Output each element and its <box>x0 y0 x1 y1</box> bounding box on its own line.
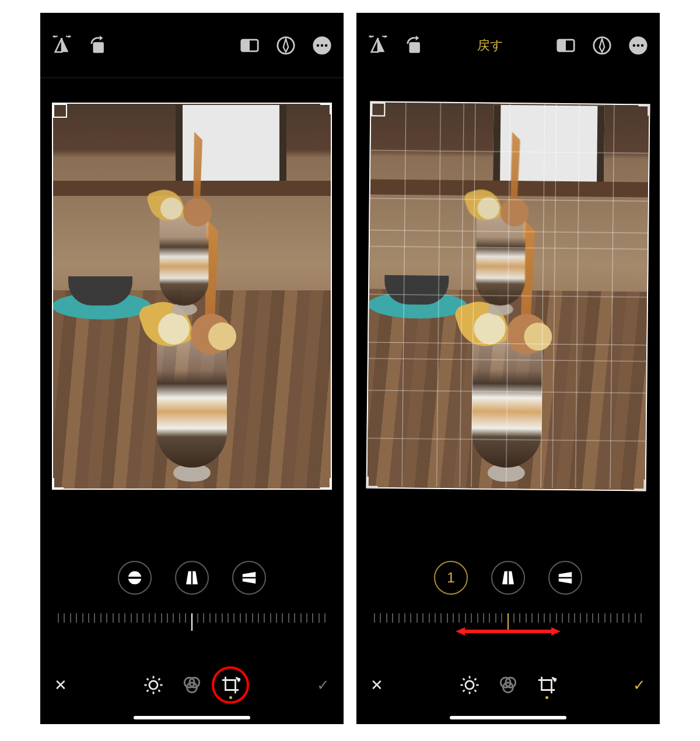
svg-point-41 <box>637 44 640 47</box>
svg-point-66 <box>466 681 474 689</box>
cancel-button[interactable]: ✕ <box>52 676 69 694</box>
bottom-controls: 1 document.write(Array.from({length:22})… <box>356 540 660 724</box>
aspect-ratio-icon[interactable] <box>556 36 576 55</box>
svg-rect-34 <box>410 42 420 52</box>
top-toolbar: 戻す <box>356 13 660 78</box>
aspect-ratio-icon[interactable] <box>240 36 260 55</box>
svg-rect-37 <box>558 40 566 51</box>
done-button[interactable]: ✓ <box>631 676 648 694</box>
svg-line-24 <box>147 690 149 692</box>
svg-marker-35 <box>416 36 419 41</box>
svg-point-10 <box>317 44 320 47</box>
svg-line-22 <box>147 679 149 680</box>
filters-icon[interactable] <box>496 673 520 697</box>
svg-line-23 <box>159 690 160 692</box>
svg-point-12 <box>325 44 328 47</box>
done-button[interactable]: ✓ <box>314 676 332 694</box>
rotate-ccw-icon[interactable] <box>404 36 424 55</box>
crop-rotate-icon[interactable] <box>535 673 558 697</box>
crop-grid-overlay <box>368 103 649 489</box>
perspective-horizontal-icon[interactable] <box>548 561 582 595</box>
more-ellipsis-icon[interactable] <box>312 36 332 55</box>
svg-marker-5 <box>100 36 103 41</box>
crop-handle-tl[interactable] <box>52 103 64 114</box>
svg-marker-78 <box>553 679 556 681</box>
rotate-ccw-icon[interactable] <box>88 36 108 55</box>
markup-pen-icon[interactable] <box>592 36 612 55</box>
svg-point-17 <box>149 681 158 689</box>
flip-horizontal-icon[interactable] <box>368 36 388 55</box>
top-toolbar <box>40 13 344 78</box>
undo-button[interactable]: 戻す <box>477 38 503 52</box>
light-adjust-icon[interactable] <box>458 673 481 697</box>
svg-rect-4 <box>93 42 104 52</box>
light-adjust-icon[interactable] <box>142 673 165 697</box>
flip-horizontal-icon[interactable] <box>52 36 72 55</box>
screenshot-left: document.write(Array.from({length:22}).m… <box>40 13 344 724</box>
perspective-horizontal-icon[interactable] <box>232 561 266 595</box>
crop-handle-br[interactable] <box>635 479 646 491</box>
svg-line-74 <box>475 679 477 680</box>
svg-line-25 <box>159 679 160 680</box>
crop-handle-br[interactable] <box>320 478 332 490</box>
image-canvas[interactable] <box>356 78 660 540</box>
perspective-vertical-icon[interactable] <box>491 561 525 595</box>
crop-rotate-icon[interactable] <box>219 673 242 697</box>
bottom-controls: document.write(Array.from({length:22}).m… <box>40 540 344 724</box>
svg-rect-14 <box>128 577 142 579</box>
crop-handle-tr[interactable] <box>320 103 332 114</box>
cancel-button[interactable]: ✕ <box>368 676 386 694</box>
svg-point-40 <box>633 44 636 47</box>
svg-marker-29 <box>237 679 240 681</box>
more-ellipsis-icon[interactable] <box>628 36 648 55</box>
crop-handle-bl[interactable] <box>52 478 64 490</box>
crop-handle-tr[interactable] <box>638 104 650 115</box>
straighten-value[interactable]: 1 <box>434 561 468 595</box>
crop-frame[interactable] <box>52 103 332 490</box>
straighten-icon[interactable] <box>118 561 152 595</box>
perspective-vertical-icon[interactable] <box>175 561 209 595</box>
crop-frame[interactable] <box>366 101 650 491</box>
straighten-slider[interactable]: document.write(Array.from({length:22}).m… <box>374 613 642 637</box>
image-canvas[interactable] <box>40 78 344 540</box>
home-indicator[interactable] <box>134 716 250 719</box>
crop-handle-tl[interactable] <box>370 101 382 113</box>
svg-line-72 <box>475 690 477 692</box>
crop-handle-bl[interactable] <box>366 476 378 488</box>
svg-point-11 <box>321 44 324 47</box>
svg-rect-7 <box>242 40 250 51</box>
screenshot-right: 戻す <box>356 13 660 724</box>
home-indicator[interactable] <box>450 716 566 719</box>
filters-icon[interactable] <box>180 673 204 697</box>
markup-pen-icon[interactable] <box>276 36 296 55</box>
straighten-slider[interactable]: document.write(Array.from({length:22}).m… <box>58 613 326 637</box>
svg-point-42 <box>641 44 644 47</box>
svg-line-71 <box>463 679 465 680</box>
svg-line-73 <box>463 690 465 692</box>
